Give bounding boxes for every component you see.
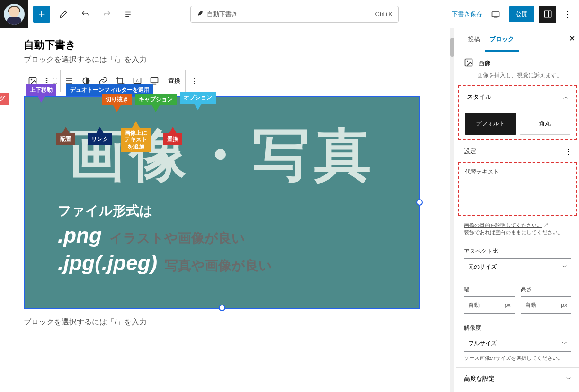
- svg-rect-2: [29, 78, 36, 85]
- replace-button[interactable]: 置換: [163, 70, 185, 92]
- aspect-ratio-label: アスペクト比: [464, 247, 571, 255]
- tab-post[interactable]: 投稿: [463, 28, 485, 52]
- width-label: 幅: [464, 286, 515, 294]
- callout-crop: 切り抜き: [106, 96, 128, 103]
- block-prompt-after[interactable]: ブロックを選択するには「/」を入力: [24, 317, 432, 327]
- svg-rect-0: [492, 12, 499, 17]
- advanced-panel-toggle[interactable]: 高度な設定 ﹀: [456, 367, 579, 390]
- png-desc: イラストや画像が良い: [109, 229, 245, 247]
- jpg-ext: .jpg(.jpeg): [58, 251, 157, 275]
- width-input[interactable]: 自動 px: [464, 296, 515, 314]
- advanced-label: 高度な設定: [464, 375, 495, 383]
- settings-panel-toggle[interactable]: [539, 6, 556, 23]
- tools-button[interactable]: [55, 6, 72, 23]
- height-label: 高さ: [521, 286, 572, 294]
- settings-panel-header[interactable]: 設定 ⋮: [456, 140, 579, 162]
- chevron-down-icon: ﹀: [566, 375, 571, 383]
- undo-button[interactable]: [77, 6, 94, 23]
- resize-handle-bottom[interactable]: [219, 305, 225, 311]
- more-options-button[interactable]: ⋮: [561, 9, 574, 20]
- site-avatar[interactable]: [0, 0, 28, 28]
- editor-canvas: 自動下書き ブロックを選択するには「/」を入力 画像 ドラッグ 上下移動 デュオ…: [0, 28, 456, 392]
- settings-label: 設定: [464, 147, 476, 156]
- style-panel-toggle[interactable]: スタイル ︿: [459, 86, 576, 108]
- more-icon: ⋮: [565, 148, 571, 155]
- document-title[interactable]: 自動下書き: [24, 38, 432, 52]
- callout-caption: キャプション: [139, 96, 173, 103]
- preview-button[interactable]: [487, 6, 504, 23]
- command-shortcut: Ctrl+K: [375, 10, 392, 17]
- svg-point-9: [467, 61, 468, 62]
- chevron-down-icon: ﹀: [562, 340, 567, 347]
- block-description: 画像を挿入し、視覚に訴えます。: [477, 71, 571, 79]
- svg-rect-1: [544, 11, 551, 17]
- resolution-hint: ソース画像のサイズを選択してください。: [464, 355, 571, 362]
- resolution-label: 解像度: [464, 324, 571, 332]
- redo-button[interactable]: [98, 6, 116, 23]
- aspect-ratio-select[interactable]: 元のサイズ ﹀: [464, 258, 571, 275]
- callout-options: オプション: [184, 94, 212, 101]
- style-label: スタイル: [467, 93, 491, 101]
- svg-text:A: A: [136, 78, 139, 83]
- publish-button[interactable]: 公開: [509, 6, 534, 22]
- feather-icon: [196, 10, 203, 18]
- tab-block[interactable]: ブロック: [485, 28, 519, 52]
- style-rounded-button[interactable]: 角丸: [520, 113, 571, 135]
- callout-align: 配置: [60, 136, 71, 142]
- callout-drag: ドラッグ: [0, 95, 5, 102]
- callout-move: 上下移動: [30, 87, 53, 93]
- alt-hint-link[interactable]: 画像の目的を説明してください。: [464, 222, 542, 228]
- callout-duotone: デュオトーンフィルターを適用: [70, 87, 150, 93]
- jpg-desc: 写真や画像が良い: [165, 257, 272, 275]
- editor-scrollbar[interactable]: [450, 28, 454, 392]
- chevron-down-icon: ﹀: [562, 263, 567, 270]
- resolution-select[interactable]: フルサイズ ﹀: [464, 335, 571, 352]
- svg-point-3: [31, 79, 32, 80]
- add-block-button[interactable]: +: [33, 6, 50, 23]
- chevron-up-icon: ︿: [53, 74, 58, 81]
- svg-rect-8: [465, 59, 472, 66]
- callout-link: リンク: [91, 136, 108, 142]
- png-ext: .png: [58, 224, 102, 247]
- alt-text-input[interactable]: [465, 179, 570, 209]
- alt-hint-text: 装飾であれば空白のままにしてください。: [464, 229, 563, 235]
- top-toolbar: + 自動下書き Ctrl+K 下書き保存 公開 ⋮: [0, 0, 579, 28]
- alt-text-label: 代替テキスト: [465, 168, 570, 176]
- callout-replace: 置換: [167, 136, 178, 142]
- style-default-button[interactable]: デフォルト: [465, 113, 516, 135]
- height-input[interactable]: 自動 px: [521, 296, 572, 314]
- settings-sidebar: 投稿 ブロック ✕ 画像 画像を挿入し、視覚に訴えます。 スタイル ︿ デフォル…: [456, 28, 579, 392]
- command-label: 自動下書き: [207, 10, 238, 18]
- block-options-button[interactable]: ⋮: [186, 70, 203, 92]
- image-icon: [464, 58, 473, 69]
- file-format-label: ファイル形式は: [58, 202, 272, 220]
- svg-rect-7: [151, 78, 158, 83]
- save-draft-link[interactable]: 下書き保存: [452, 10, 482, 18]
- resize-handle-right[interactable]: [416, 199, 423, 206]
- command-bar[interactable]: 自動下書き Ctrl+K: [190, 6, 399, 23]
- image-block[interactable]: 画像・写真 ファイル形式は .png イラストや画像が良い .jpg(.jpeg…: [24, 96, 420, 309]
- block-name: 画像: [478, 59, 490, 68]
- callout-text-overlay: 画像上に テキスト を追加: [125, 130, 147, 150]
- outline-button[interactable]: [120, 6, 137, 23]
- close-icon[interactable]: ✕: [569, 34, 575, 43]
- chevron-up-icon: ︿: [563, 94, 569, 101]
- block-prompt[interactable]: ブロックを選択するには「/」を入力: [24, 55, 432, 65]
- image-placeholder-title: 画像・写真: [68, 126, 376, 183]
